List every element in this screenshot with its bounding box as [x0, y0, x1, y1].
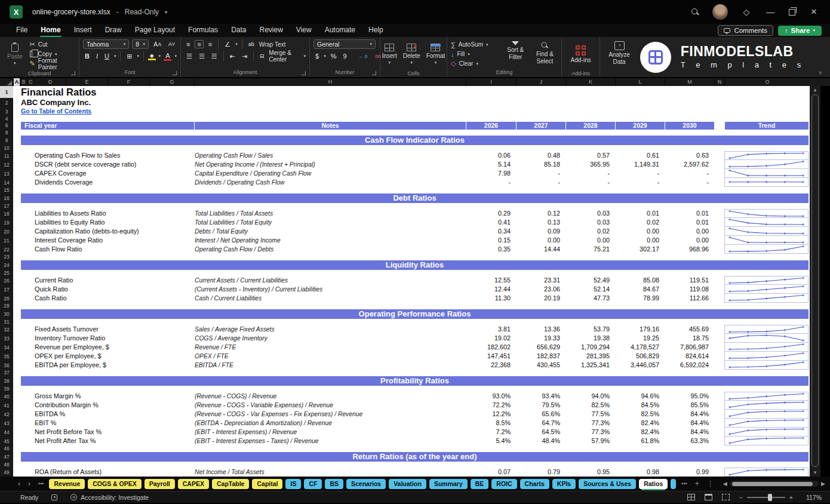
format-painter-button[interactable]: ✎ Format Painter — [30, 60, 75, 67]
row-header-40[interactable]: 40 — [0, 392, 13, 401]
row-header-43[interactable]: 43 — [0, 419, 13, 428]
value-cell[interactable]: 147,451 — [466, 352, 516, 361]
hscroll-track[interactable] — [730, 481, 819, 487]
value-cell[interactable]: 84.4% — [665, 428, 714, 437]
column-header-O[interactable]: O — [724, 78, 810, 86]
row-header-35[interactable]: 35 — [0, 352, 13, 361]
font-size-select[interactable]: 8▾ — [132, 39, 149, 49]
menu-item-draw[interactable]: Draw — [99, 24, 128, 36]
value-cell[interactable]: 47.73 — [565, 294, 615, 303]
row-header-46[interactable]: 46 — [0, 445, 13, 451]
ratio-name-cell[interactable]: Inventory Turnover Ratio — [35, 334, 105, 343]
value-cell[interactable]: 61.8% — [615, 437, 665, 445]
ratio-name-cell[interactable]: Liabilities to Equity Ratio — [35, 218, 105, 227]
trend-sparkline-cell[interactable] — [724, 285, 809, 294]
value-cell[interactable]: 72.2% — [466, 401, 516, 410]
value-cell[interactable]: 23.31 — [516, 276, 565, 285]
sheet-tab-is[interactable]: IS — [285, 479, 301, 489]
menu-item-data[interactable]: Data — [225, 24, 253, 36]
value-cell[interactable]: - — [516, 169, 565, 178]
restore-button[interactable] — [789, 9, 795, 16]
column-header-C[interactable]: C — [27, 78, 34, 86]
value-cell[interactable]: 656,629 — [516, 343, 565, 352]
sheet-tab-ratios[interactable]: Ratios — [639, 479, 668, 489]
zoom-in-icon[interactable]: + — [789, 494, 793, 501]
currency-format-button[interactable]: $ — [313, 53, 321, 60]
value-cell[interactable]: 0.06 — [466, 151, 516, 160]
value-cell[interactable]: 0.41 — [466, 218, 516, 227]
clipboard-dialog-launcher-icon[interactable] — [71, 71, 75, 75]
value-cell[interactable]: 506,829 — [615, 352, 665, 361]
formula-note-cell[interactable]: Current Assets / Current Liabilities — [195, 276, 288, 285]
row-header-28[interactable]: 28 — [0, 294, 13, 303]
menu-item-insert[interactable]: Insert — [67, 24, 99, 36]
value-cell[interactable]: 119.08 — [665, 285, 714, 294]
value-cell[interactable]: 0.03 — [565, 218, 615, 227]
fiscal-year-header-cell[interactable]: Fiscal year — [21, 122, 194, 130]
row-header-41[interactable]: 41 — [0, 401, 13, 410]
row-header-12[interactable]: 12 — [0, 160, 13, 169]
formula-note-cell[interactable]: Net Operating Income / (Interest + Princ… — [195, 160, 315, 169]
trend-sparkline-cell[interactable] — [724, 428, 809, 437]
accessibility-status[interactable]: Accessibility: Investigate — [81, 494, 149, 501]
value-cell[interactable]: 57.9% — [565, 437, 615, 445]
section-header[interactable]: Operating Performance Ratios — [21, 309, 809, 319]
trend-sparkline-cell[interactable] — [724, 419, 809, 428]
font-name-select[interactable]: Tahoma▾ — [83, 39, 129, 49]
column-header-E[interactable]: E — [66, 78, 107, 86]
trend-sparkline-cell[interactable] — [724, 245, 809, 254]
read-only-caret-icon[interactable]: ▾ — [165, 10, 167, 15]
align-left-button[interactable]: ☰ — [185, 53, 194, 60]
formula-note-cell[interactable]: Total Liabilities / Total Equity — [195, 218, 272, 227]
row-header-39[interactable]: 39 — [0, 386, 13, 392]
page-layout-view-icon[interactable] — [705, 494, 712, 500]
trend-sparkline-cell[interactable] — [724, 178, 809, 187]
fill-color-button[interactable]: ◆ — [148, 53, 156, 60]
borders-button[interactable]: ⊞ — [125, 53, 134, 60]
row-header-6[interactable]: 6 — [0, 121, 13, 130]
number-dialog-launcher-icon[interactable] — [372, 71, 376, 75]
formula-note-cell[interactable]: Dividends / Operating Cash Flow — [195, 178, 285, 187]
formula-note-cell[interactable]: Cash / Current Liabilities — [195, 294, 262, 303]
menu-item-review[interactable]: Review — [253, 24, 289, 36]
autosum-button[interactable]: ∑ AutoSum ▾ — [451, 41, 499, 48]
trend-sparkline-cell[interactable] — [724, 236, 809, 245]
formula-note-cell[interactable]: Revenue / FTE — [195, 343, 236, 352]
value-cell[interactable]: - — [665, 178, 714, 187]
value-cell[interactable]: 82.4% — [615, 428, 665, 437]
borders-caret-icon[interactable]: ▾ — [137, 54, 139, 59]
value-cell[interactable]: 0.35 — [466, 245, 516, 254]
value-cell[interactable]: 179.16 — [615, 325, 665, 334]
value-cell[interactable]: 0.03 — [565, 209, 615, 218]
sheet-tab-kpis[interactable]: KPIs — [552, 479, 576, 489]
sheet-tab-sources-uses[interactable]: Sources & Uses — [579, 479, 636, 489]
ratio-name-cell[interactable]: Current Ratio — [35, 276, 73, 285]
value-cell[interactable]: 0.01 — [665, 209, 714, 218]
menu-item-formulas[interactable]: Formulas — [182, 24, 225, 36]
column-header-G[interactable]: G — [149, 78, 194, 86]
ratio-name-cell[interactable]: Net Profit After Tax % — [35, 437, 96, 445]
zoom-slider-thumb[interactable] — [768, 494, 772, 501]
ratio-name-cell[interactable]: Quick Ratio — [35, 285, 68, 294]
alignment-dialog-launcher-icon[interactable] — [302, 71, 306, 75]
trend-sparkline-cell[interactable] — [724, 343, 809, 352]
formula-note-cell[interactable]: (EBITDA - Depreciation & Amortization) /… — [195, 419, 332, 428]
formula-note-cell[interactable]: COGS / Average Inventory — [195, 334, 268, 343]
value-cell[interactable]: 302.17 — [615, 245, 665, 254]
menu-item-home[interactable]: Home — [34, 24, 67, 36]
row-header-42[interactable]: 42 — [0, 410, 13, 419]
sheet-tab-be[interactable]: BE — [471, 479, 489, 489]
sheet-tab-roic[interactable]: ROIC — [491, 479, 517, 489]
row-header-18[interactable]: 18 — [0, 209, 13, 218]
value-cell[interactable]: 0.00 — [615, 227, 665, 236]
value-cell[interactable]: 0.34 — [466, 227, 516, 236]
value-cell[interactable]: 119.51 — [665, 276, 714, 285]
italic-button[interactable]: I — [94, 53, 100, 60]
cut-button[interactable]: ✂ Cut — [30, 41, 75, 48]
value-cell[interactable]: 0.01 — [615, 209, 665, 218]
sheet-tab-captable[interactable]: CapTable — [212, 479, 249, 489]
trend-sparkline-cell[interactable] — [724, 437, 809, 445]
row-header-20[interactable]: 20 — [0, 227, 13, 236]
row-header-31[interactable]: 31 — [0, 319, 13, 325]
ratio-name-cell[interactable]: EBITDA % — [35, 410, 65, 419]
